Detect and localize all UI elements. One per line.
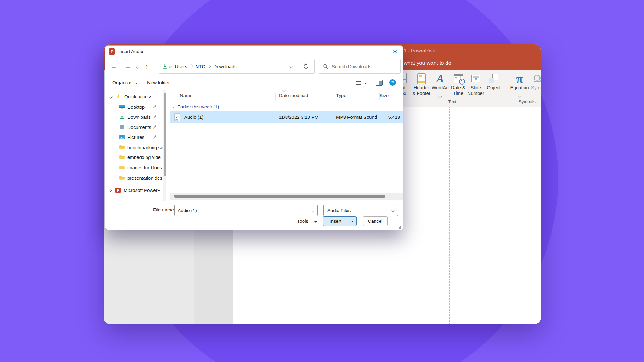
tools-button[interactable]: Tools <box>297 218 317 224</box>
sidebar-item-label: Documents <box>127 124 151 130</box>
new-folder-button[interactable]: New folder <box>147 80 170 85</box>
file-name-cell: Audio (1) <box>184 114 203 120</box>
file-name-input[interactable]: Audio (1) <box>174 205 318 216</box>
object-icon <box>483 72 505 85</box>
tell-me-search-label[interactable]: what you want to do <box>404 60 451 66</box>
sidebar-item-folder[interactable]: embedding vide <box>105 153 163 162</box>
expand-chevron-icon[interactable] <box>108 189 112 192</box>
search-placeholder: Search Downloads <box>332 64 371 69</box>
documents-icon <box>119 124 125 130</box>
breadcrumb-users[interactable]: Users <box>175 64 187 69</box>
sidebar-item-label: Desktop <box>127 104 145 110</box>
dropdown-triangle-icon <box>314 221 317 223</box>
file-date-cell: 11/8/2022 3:10 PM <box>279 114 319 120</box>
address-dropdown-chevron-icon[interactable] <box>289 65 293 68</box>
folder-icon <box>119 175 125 181</box>
desktop-icon <box>119 104 125 110</box>
pin-icon <box>153 125 157 130</box>
expand-chevron-icon[interactable] <box>109 95 112 98</box>
ribbon-label: Object <box>480 85 507 90</box>
column-separator[interactable] <box>275 93 276 100</box>
file-type-select[interactable]: Audio Files <box>323 205 398 216</box>
file-list: Name Date modified Type Size Earlier thi… <box>170 90 403 201</box>
downloads-location-icon <box>162 64 168 69</box>
sidebar-item-pictures[interactable]: Pictures <box>105 133 163 142</box>
view-list-icon[interactable] <box>356 81 361 85</box>
dialog-title: Insert Audio <box>118 49 143 54</box>
close-icon[interactable]: ✕ <box>391 47 399 56</box>
file-row-selected[interactable]: ♪ MP3 Audio (1) 11/8/2022 3:10 PM MP3 Fo… <box>170 111 403 123</box>
insert-audio-dialog: P Insert Audio ✕ ← → ↑ « Users NTC Downl… <box>105 45 403 230</box>
sidebar-item-label: embedding vide <box>127 155 161 160</box>
file-type-cell: MP3 Format Sound <box>336 114 377 120</box>
column-separator[interactable] <box>333 93 333 100</box>
column-header-name[interactable]: Name <box>180 93 192 98</box>
slide-guide-vertical <box>449 107 450 324</box>
sidebar-item-label: Microsoft PowerP <box>124 188 161 193</box>
sidebar-item-label: presentation des <box>127 175 162 181</box>
resize-grip[interactable] <box>398 226 401 229</box>
pin-icon <box>153 135 157 140</box>
sidebar-item-documents[interactable]: Documents <box>105 123 163 132</box>
breadcrumb-ntc[interactable]: NTC <box>196 64 205 69</box>
breadcrumb-separator-icon <box>190 64 193 68</box>
column-header-date-modified[interactable]: Date modified <box>279 93 308 98</box>
search-input[interactable]: Search Downloads <box>319 59 401 74</box>
dialog-titlebar[interactable]: P Insert Audio ✕ <box>105 46 403 58</box>
split-button-divider <box>348 217 348 225</box>
list-group-header[interactable]: Earlier this week (1) <box>170 104 403 111</box>
screenshot-stage: 1 - PowerPoint what you want to do xt ox… <box>0 0 644 362</box>
sidebar-item-folder[interactable]: images for blogs <box>105 163 163 173</box>
organize-button[interactable]: Organize <box>112 80 137 85</box>
address-bar[interactable]: « Users NTC Downloads <box>159 59 315 74</box>
refresh-icon[interactable] <box>303 63 309 70</box>
star-icon: ★ <box>116 93 121 100</box>
sidebar-item-microsoft-powerpoint[interactable]: P Microsoft PowerP <box>105 186 163 195</box>
search-icon <box>323 64 328 69</box>
insert-button-label: Insert <box>323 218 348 224</box>
pin-icon <box>153 105 157 110</box>
ribbon-button-object[interactable]: Object <box>483 70 505 107</box>
scrollbar-thumb[interactable] <box>164 93 166 176</box>
sidebar-item-label: Downloads <box>127 114 151 120</box>
sidebar-item-folder[interactable]: benchmarking sc <box>105 143 163 152</box>
scrollbar-thumb[interactable] <box>174 195 385 198</box>
sidebar-item-label: Pictures <box>127 134 144 140</box>
ribbon-group-symbols: Symbols <box>511 99 541 104</box>
sidebar-item-downloads[interactable]: Downloads <box>105 112 163 122</box>
sidebar-item-desktop[interactable]: Desktop <box>105 102 163 112</box>
chevron-down-icon[interactable] <box>391 209 395 212</box>
breadcrumb-downloads[interactable]: Downloads <box>213 64 236 69</box>
forward-button[interactable]: → <box>125 63 131 70</box>
pictures-icon <box>119 134 125 140</box>
sidebar-scrollbar[interactable] <box>163 90 166 201</box>
insert-dropdown-triangle-icon[interactable] <box>351 221 353 222</box>
dialog-toolbar: Organize New folder ? <box>105 76 403 90</box>
sidebar-item-quick-access[interactable]: ★ Quick access <box>105 92 163 101</box>
folder-icon <box>119 154 125 160</box>
ribbon-group-text: Text <box>436 99 468 104</box>
back-button[interactable]: ← <box>110 63 117 70</box>
chevron-down-icon <box>438 95 442 98</box>
help-icon[interactable]: ? <box>389 79 396 86</box>
horizontal-scrollbar[interactable] <box>170 193 403 200</box>
view-options-chevron-icon[interactable] <box>364 83 367 84</box>
sidebar-item-folder[interactable]: presentation des <box>105 173 163 183</box>
powerpoint-logo-icon: P <box>109 48 115 55</box>
cancel-button[interactable]: Cancel <box>363 216 388 226</box>
group-collapse-chevron-icon[interactable] <box>172 105 175 108</box>
slide-guide-horizontal <box>233 294 541 294</box>
chevron-down-icon <box>518 95 521 98</box>
file-size-cell: 5,413 <box>375 114 400 120</box>
file-name-label: File name: <box>153 207 175 212</box>
insert-button[interactable]: Insert <box>323 216 357 226</box>
column-header-type[interactable]: Type <box>336 93 347 98</box>
recent-locations-chevron-icon[interactable] <box>136 65 139 68</box>
preview-pane-icon[interactable] <box>376 80 383 86</box>
column-header-size[interactable]: Size <box>380 93 389 98</box>
group-label: Earlier this week (1) <box>177 104 219 109</box>
up-button[interactable]: ↑ <box>145 63 148 70</box>
chevron-down-icon[interactable] <box>311 209 314 212</box>
breadcrumb-guillemet[interactable]: « <box>169 64 172 69</box>
folder-icon <box>119 145 125 150</box>
